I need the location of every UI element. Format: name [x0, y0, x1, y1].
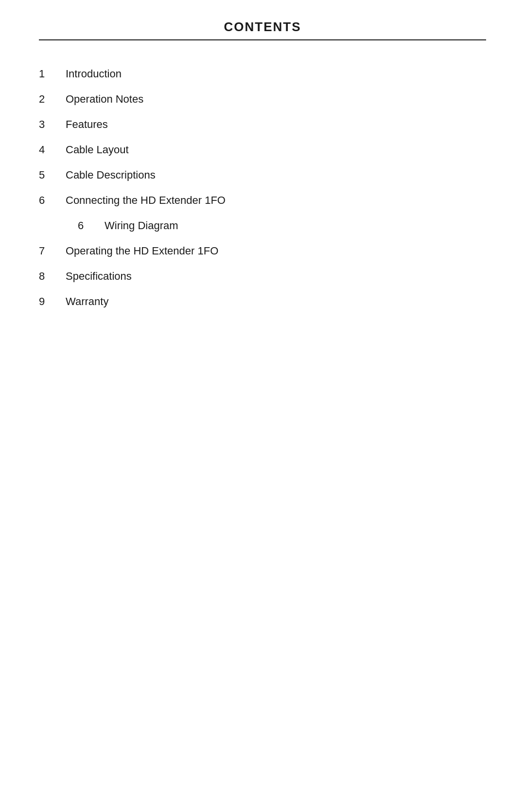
toc-label: Specifications	[66, 270, 132, 283]
toc-label: Cable Layout	[66, 144, 129, 156]
toc-number: 1	[39, 68, 66, 80]
toc-number: 2	[39, 93, 66, 106]
toc-number: 6	[78, 219, 105, 232]
toc-label: Operation Notes	[66, 93, 143, 106]
toc-item: 9Warranty	[39, 295, 486, 308]
toc-number: 4	[39, 144, 66, 156]
toc-list: 1Introduction2Operation Notes3Features4C…	[39, 68, 486, 308]
page-header: CONTENTS	[39, 19, 486, 64]
toc-item: 8Specifications	[39, 270, 486, 283]
toc-number: 7	[39, 245, 66, 257]
toc-label: Connecting the HD Extender 1FO	[66, 194, 226, 207]
page-title: CONTENTS	[39, 19, 486, 35]
toc-item: 6Connecting the HD Extender 1FO	[39, 194, 486, 207]
toc-item: 7Operating the HD Extender 1FO	[39, 245, 486, 257]
toc-label: Operating the HD Extender 1FO	[66, 245, 218, 257]
toc-number: 3	[39, 118, 66, 131]
toc-number: 6	[39, 194, 66, 207]
toc-item: 6Wiring Diagram	[39, 219, 486, 232]
toc-item: 2Operation Notes	[39, 93, 486, 106]
toc-number: 8	[39, 270, 66, 283]
toc-label: Features	[66, 118, 108, 131]
toc-number: 5	[39, 169, 66, 181]
header-divider	[39, 39, 486, 40]
toc-label: Cable Descriptions	[66, 169, 156, 181]
toc-item: 1Introduction	[39, 68, 486, 80]
toc-item: 4Cable Layout	[39, 144, 486, 156]
toc-item: 5Cable Descriptions	[39, 169, 486, 181]
toc-label: Introduction	[66, 68, 122, 80]
toc-label: Warranty	[66, 295, 108, 308]
toc-label: Wiring Diagram	[105, 219, 178, 232]
toc-number: 9	[39, 295, 66, 308]
toc-item: 3Features	[39, 118, 486, 131]
